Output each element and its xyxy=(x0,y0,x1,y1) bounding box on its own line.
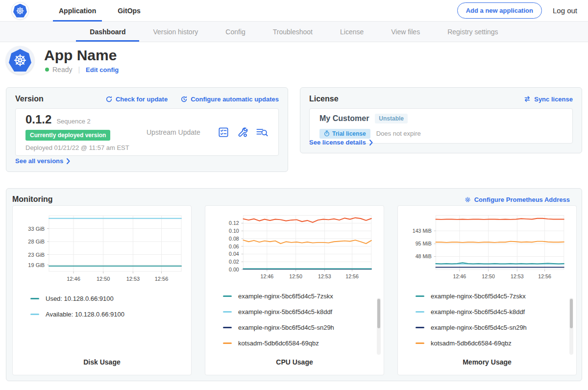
configure-prometheus-link[interactable]: Configure Prometheus Address xyxy=(464,196,570,203)
svg-text:48 MiB: 48 MiB xyxy=(416,253,432,259)
legend-marker xyxy=(223,311,232,313)
tab-gitops[interactable]: GitOps xyxy=(112,0,147,22)
chevron-right-icon xyxy=(369,140,373,146)
legend-label: Available: 10.128.0.66:9100 xyxy=(46,311,124,318)
kubernetes-wheel-icon xyxy=(12,52,28,68)
subnav-license[interactable]: License xyxy=(326,22,377,42)
clock-refresh-icon xyxy=(180,96,188,103)
monitoring-card: Monitoring Configure Prometheus Address … xyxy=(6,188,582,381)
divider: | xyxy=(78,66,80,73)
legend-item: example-nginx-5bc6f5d4c5-k8ddf xyxy=(416,308,572,316)
see-all-versions-label: See all versions xyxy=(15,157,63,165)
legend-marker xyxy=(223,327,232,328)
customer-name: My Customer xyxy=(319,114,369,123)
gear-icon xyxy=(464,196,471,203)
legend-item: example-nginx-5bc6f5d4c5-7zskx xyxy=(416,292,572,300)
current-version-panel: 0.1.2 Sequence 2 Currently deployed vers… xyxy=(15,108,279,156)
channel-badge: Unstable xyxy=(375,114,408,123)
subnav-view-files[interactable]: View files xyxy=(377,22,434,42)
svg-text:0.04: 0.04 xyxy=(229,251,239,257)
legend-scrollbar[interactable] xyxy=(377,298,381,355)
legend-scrollbar[interactable] xyxy=(569,298,573,355)
svg-text:33 GiB: 33 GiB xyxy=(28,226,45,232)
kubernetes-wheel-icon xyxy=(15,6,25,16)
monitoring-title: Monitoring xyxy=(12,195,53,204)
legend-item: kotsadm-5db6dc6584-69qbz xyxy=(416,340,572,347)
app-header: App Name Ready | Edit config xyxy=(0,42,588,85)
disk-usage-legend: Used: 10.128.0.66:9100Available: 10.128.… xyxy=(17,287,187,355)
svg-text:19 GiB: 19 GiB xyxy=(28,262,45,268)
legend-marker xyxy=(416,295,424,297)
svg-text:23 GiB: 23 GiB xyxy=(28,252,45,258)
svg-text:12:50: 12:50 xyxy=(482,273,495,279)
stopwatch-icon xyxy=(324,130,330,137)
config-wrench-icon[interactable] xyxy=(237,126,248,138)
legend-label: example-nginx-5bc6f5d4c5-7zskx xyxy=(238,292,333,300)
check-for-update-link[interactable]: Check for update xyxy=(105,96,168,103)
legend-item: example-nginx-5bc6f5d4c5-k8ddf xyxy=(223,308,380,316)
preflight-checks-icon[interactable] xyxy=(218,126,229,138)
legend-label: example-nginx-5bc6f5d4c5-k8ddf xyxy=(431,308,525,316)
version-card-title: Version xyxy=(15,95,44,103)
logout-link[interactable]: Log out xyxy=(553,6,577,15)
svg-text:95 MiB: 95 MiB xyxy=(416,241,432,246)
legend-label: kotsadm-5db6dc6584-69qbz xyxy=(238,340,319,347)
configure-automatic-updates-label: Configure automatic updates xyxy=(191,96,279,103)
legend-label: example-nginx-5bc6f5d4c5-sn29h xyxy=(431,324,527,331)
svg-text:143 MiB: 143 MiB xyxy=(413,228,432,234)
check-for-update-label: Check for update xyxy=(116,96,168,103)
legend-label: example-nginx-5bc6f5d4c5-7zskx xyxy=(431,292,526,300)
svg-text:12:50: 12:50 xyxy=(289,273,302,279)
subnav-version-history[interactable]: Version history xyxy=(139,22,212,42)
svg-text:0.06: 0.06 xyxy=(229,244,239,249)
see-license-details-label: See license details xyxy=(309,139,366,146)
tab-application[interactable]: Application xyxy=(53,0,102,22)
license-card: License Sync license My Customer Unstabl… xyxy=(300,87,582,153)
legend-marker xyxy=(416,311,424,313)
app-subnav: Dashboard Version history Config Trouble… xyxy=(0,22,588,42)
scrollbar-thumb[interactable] xyxy=(377,299,380,328)
svg-text:12:56: 12:56 xyxy=(538,273,551,279)
legend-marker xyxy=(416,327,424,328)
svg-text:0.00: 0.00 xyxy=(229,267,239,272)
cpu-usage-title: CPU Usage xyxy=(209,355,380,369)
legend-marker xyxy=(223,295,232,297)
app-icon xyxy=(6,46,34,74)
legend-item: kotsadm-5db6dc6584-69qbz xyxy=(223,340,380,347)
configure-automatic-updates-link[interactable]: Configure automatic updates xyxy=(180,96,279,103)
edit-config-link[interactable]: Edit config xyxy=(86,66,119,73)
svg-text:12:53: 12:53 xyxy=(126,276,140,282)
version-number: 0.1.2 xyxy=(25,113,51,126)
add-application-button[interactable]: Add a new application xyxy=(457,2,542,19)
subnav-troubleshoot[interactable]: Troubleshoot xyxy=(259,22,326,42)
scrollbar-thumb[interactable] xyxy=(570,299,573,328)
kubernetes-logo xyxy=(12,2,28,19)
subnav-config[interactable]: Config xyxy=(212,22,259,42)
trial-license-badge: Trial license xyxy=(319,129,370,139)
view-logs-icon[interactable] xyxy=(256,126,269,138)
version-card: Version Check for update Configure autom… xyxy=(6,87,288,172)
legend-item: Used: 10.128.0.66:9100 xyxy=(30,295,187,302)
svg-text:12:56: 12:56 xyxy=(155,276,169,282)
legend-label: kotsadm-5db6dc6584-69qbz xyxy=(431,340,512,347)
version-source: Upstream Update xyxy=(129,128,218,136)
page-title: App Name xyxy=(44,47,117,64)
sync-license-link[interactable]: Sync license xyxy=(523,96,573,103)
svg-text:12:56: 12:56 xyxy=(345,273,359,279)
disk-usage-title: Disk Usage xyxy=(17,355,187,369)
legend-item: example-nginx-5bc6f5d4c5-sn29h xyxy=(223,324,380,331)
see-all-versions-link[interactable]: See all versions xyxy=(15,157,71,165)
disk-usage-panel: 33 GiB28 GiB23 GiB19 GiB12:4612:5012:531… xyxy=(12,205,192,375)
svg-text:0.10: 0.10 xyxy=(229,228,239,234)
subnav-dashboard[interactable]: Dashboard xyxy=(76,22,139,42)
top-tabs: Application GitOps xyxy=(53,0,156,22)
see-license-details-link[interactable]: See license details xyxy=(309,139,373,146)
disk-usage-chart: 33 GiB28 GiB23 GiB19 GiB12:4612:5012:531… xyxy=(17,211,187,287)
status-badge: Ready xyxy=(52,66,72,73)
deployed-timestamp: Deployed 01/21/22 @ 11:57 am EST xyxy=(25,144,129,151)
subnav-registry-settings[interactable]: Registry settings xyxy=(434,22,512,42)
memory-usage-chart: 143 MiB95 MiB48 MiB12:4612:5012:5312:56 xyxy=(402,211,572,285)
currently-deployed-badge: Currently deployed version xyxy=(25,130,110,141)
svg-text:12:46: 12:46 xyxy=(261,273,274,279)
cpu-usage-chart: 0.120.100.080.060.040.020.0012:4612:5012… xyxy=(209,211,380,285)
